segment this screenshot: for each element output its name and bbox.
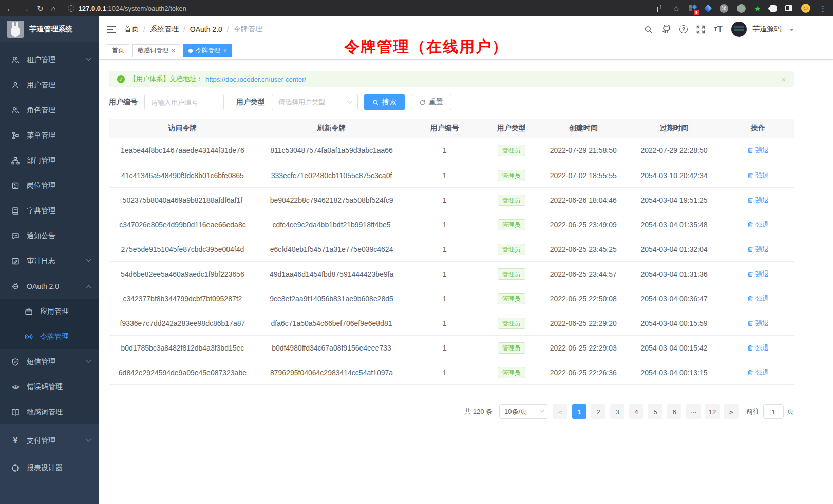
gem-extension-icon[interactable] bbox=[705, 6, 711, 11]
sidebar-item-13[interactable]: </>错误码管理 bbox=[0, 374, 99, 399]
search-button[interactable]: 搜索 bbox=[364, 94, 405, 110]
force-logout-button[interactable]: 强退 bbox=[747, 294, 769, 303]
sidebar-item-11[interactable]: 令牌管理 bbox=[0, 324, 99, 349]
share-icon[interactable] bbox=[657, 5, 664, 12]
cell-user_id: 1 bbox=[407, 245, 482, 254]
sidebar-item-10[interactable]: 应用管理 bbox=[0, 299, 99, 324]
sidebar-item-5[interactable]: 岗位管理 bbox=[0, 173, 99, 198]
goto-page-input[interactable] bbox=[763, 404, 784, 419]
sidebar-item-6[interactable]: 字典管理 bbox=[0, 198, 99, 223]
browser-menu-icon[interactable]: ⋮ bbox=[819, 5, 827, 12]
table-row: 6d842e2924594de9a09e45e087323abe8796295f… bbox=[109, 360, 794, 384]
forward-icon[interactable]: → bbox=[22, 5, 29, 12]
sidebar-item-9[interactable]: OAuth 2.0 bbox=[0, 274, 99, 299]
page-button-4[interactable]: 4 bbox=[629, 404, 643, 419]
force-logout-button[interactable]: 强退 bbox=[747, 368, 769, 377]
sidebar-item-15[interactable]: ¥支付管理 bbox=[0, 427, 99, 454]
page-button-5[interactable]: 5 bbox=[648, 404, 662, 419]
user-avatar[interactable] bbox=[731, 22, 747, 37]
github-icon[interactable] bbox=[661, 25, 671, 34]
cell-action: 强退 bbox=[722, 368, 794, 377]
breadcrumb-item-2[interactable]: OAuth 2.0 bbox=[190, 25, 222, 33]
puzzle-extensions-icon[interactable] bbox=[770, 5, 777, 12]
page-button-2[interactable]: 2 bbox=[591, 404, 605, 419]
force-logout-button[interactable]: 强退 bbox=[747, 171, 769, 180]
app-logo-row[interactable]: 芋道管理系统 bbox=[0, 16, 99, 42]
tab-close-icon[interactable]: × bbox=[172, 47, 175, 54]
chevron-down-icon bbox=[347, 98, 352, 103]
sidebar-item-4[interactable]: 部门管理 bbox=[0, 148, 99, 173]
address-bar[interactable]: i 127.0.0.1:1024/system/oauth2/token bbox=[68, 5, 650, 12]
next-page-button[interactable]: > bbox=[724, 404, 739, 419]
reset-button[interactable]: 重置 bbox=[411, 94, 451, 110]
sidebar-item-16[interactable]: 报表设计器 bbox=[0, 454, 99, 481]
user-menu-caret-icon[interactable] bbox=[790, 29, 794, 31]
user-type-select[interactable]: 请选择用户类型 bbox=[272, 94, 358, 110]
app-briefcase-icon bbox=[24, 307, 33, 316]
sidebar-item-7[interactable]: 通知公告 bbox=[0, 223, 99, 248]
user-name[interactable]: 芋道源码 bbox=[752, 25, 781, 34]
page-button-3[interactable]: 3 bbox=[610, 404, 624, 419]
column-header-expires: 过期时间 bbox=[626, 124, 722, 133]
page-size-select[interactable]: 10条/页 bbox=[499, 404, 548, 419]
search-icon[interactable] bbox=[644, 25, 653, 34]
sidebar-item-0[interactable]: 租户管理 bbox=[0, 47, 99, 72]
cell-access: c347026e805e4d99b0d116eae66eda8c bbox=[109, 221, 256, 229]
force-logout-button[interactable]: 强退 bbox=[747, 245, 769, 254]
page-button-6[interactable]: 6 bbox=[667, 404, 681, 419]
breadcrumb-item-0[interactable]: 首页 bbox=[124, 25, 139, 34]
sidebar-item-3[interactable]: 菜单管理 bbox=[0, 123, 99, 148]
back-icon[interactable]: ← bbox=[6, 5, 14, 12]
cell-expires: 2054-03-04 00:13:15 bbox=[626, 369, 722, 377]
sidebar-collapse-icon[interactable] bbox=[107, 26, 116, 33]
fullscreen-icon[interactable] bbox=[696, 25, 705, 34]
doc-link[interactable]: https://doc.iocoder.cn/user-center/ bbox=[205, 75, 306, 83]
cell-user_id: 1 bbox=[407, 344, 482, 352]
force-logout-button[interactable]: 强退 bbox=[747, 196, 769, 205]
prev-page-button[interactable]: < bbox=[553, 404, 567, 419]
extension-blocks-icon[interactable]: 9 bbox=[689, 5, 696, 12]
profile-avatar-icon[interactable]: ☺ bbox=[801, 4, 810, 13]
sidebar-item-14[interactable]: 敏感词管理 bbox=[0, 399, 99, 424]
green-star-extension-icon[interactable]: ★ bbox=[754, 5, 761, 12]
app-title: 芋道管理系统 bbox=[29, 25, 72, 34]
side-panel-icon[interactable] bbox=[785, 5, 792, 11]
breadcrumb-item-1[interactable]: 系统管理 bbox=[150, 25, 179, 34]
force-logout-button[interactable]: 强退 bbox=[747, 269, 769, 279]
home-icon[interactable]: ⌂ bbox=[51, 5, 56, 12]
tab-0[interactable]: 首页 bbox=[107, 44, 129, 57]
tab-2[interactable]: 令牌管理× bbox=[183, 44, 232, 57]
force-logout-button[interactable]: 强退 bbox=[747, 146, 769, 155]
sidebar-item-1[interactable]: 用户管理 bbox=[0, 72, 99, 98]
alert-close-icon[interactable]: × bbox=[781, 75, 786, 84]
force-logout-label: 强退 bbox=[755, 319, 769, 328]
site-info-icon[interactable]: i bbox=[68, 5, 74, 12]
help-icon[interactable]: ? bbox=[679, 25, 688, 33]
tab-label: 敏感词管理 bbox=[138, 46, 168, 55]
force-logout-button[interactable]: 强退 bbox=[747, 343, 769, 353]
tab-1[interactable]: 敏感词管理× bbox=[132, 44, 180, 57]
sidebar-item-12[interactable]: 短信管理 bbox=[0, 349, 99, 374]
force-logout-label: 强退 bbox=[755, 245, 769, 254]
force-logout-button[interactable]: 强退 bbox=[747, 220, 769, 229]
sidebar-item-8[interactable]: 审计日志 bbox=[0, 248, 99, 274]
page-button-1[interactable]: 1 bbox=[572, 404, 586, 419]
tab-close-icon[interactable]: × bbox=[223, 47, 227, 54]
cell-user_type: 管理员 bbox=[482, 367, 540, 378]
command-extension-icon[interactable]: ⌘ bbox=[720, 4, 728, 13]
breadcrumb-separator: / bbox=[183, 25, 185, 33]
font-size-icon[interactable]: TT bbox=[714, 24, 723, 34]
cell-access: 1ea5e44f8bc1467aaede43144f31de76 bbox=[109, 146, 256, 154]
report-designer-icon bbox=[11, 464, 20, 472]
breadcrumb-item-3: 令牌管理 bbox=[234, 25, 262, 34]
reload-icon[interactable]: ↻ bbox=[37, 5, 44, 12]
force-logout-button[interactable]: 强退 bbox=[747, 319, 769, 328]
record-extension-icon[interactable] bbox=[737, 4, 746, 13]
user-id-input[interactable] bbox=[144, 94, 224, 110]
bookmark-star-icon[interactable]: ☆ bbox=[673, 5, 679, 12]
force-logout-label: 强退 bbox=[755, 343, 769, 353]
cell-user_type: 管理员 bbox=[482, 318, 540, 329]
page-button-12[interactable]: 12 bbox=[705, 404, 720, 419]
sidebar-item-2[interactable]: 角色管理 bbox=[0, 98, 99, 123]
cell-created: 2022-07-29 21:58:50 bbox=[540, 146, 626, 154]
